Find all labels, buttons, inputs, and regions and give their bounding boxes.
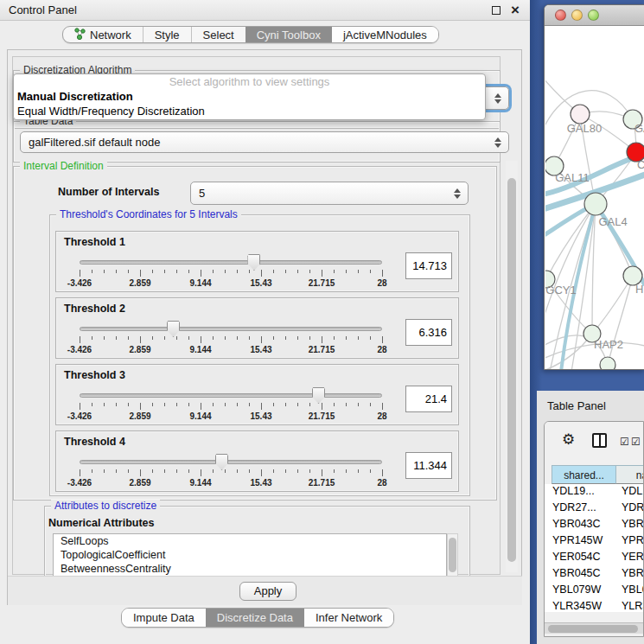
threshold-2-slider-track[interactable] (80, 327, 382, 331)
cell-shared-name[interactable]: YBL079W (552, 583, 601, 596)
threshold-4-value-field[interactable]: 11.344 (405, 452, 452, 479)
cell-shared-name[interactable]: YLR345W (552, 600, 602, 612)
tick-mark (370, 469, 371, 473)
table-row[interactable]: YBR045CYBR0 (545, 566, 644, 583)
scrollbar-thumb[interactable] (449, 538, 456, 572)
threshold-1-slider-handle[interactable] (247, 254, 260, 271)
checkbox-icon[interactable]: ☑ (620, 437, 629, 447)
table-horizontal-scrollbar[interactable] (545, 622, 644, 634)
cell-name[interactable]: YDL1 (622, 485, 644, 497)
scrollbar-thumb[interactable] (507, 178, 516, 562)
cell-shared-name[interactable]: YDR27... (552, 501, 596, 513)
table-row[interactable]: YLR345WYLR3 (545, 599, 644, 612)
attributes-list-scrollbar[interactable] (447, 533, 458, 577)
threshold-1-slider-track[interactable] (80, 260, 382, 265)
table-row[interactable]: YDL19...YDL1 (545, 484, 644, 501)
table-header-row: shared... na (552, 465, 644, 484)
cell-name[interactable]: YDR2 (622, 501, 644, 513)
table-row[interactable]: YDR27...YDR2 (545, 501, 644, 517)
attribute-list-item[interactable]: SelfLoops (54, 534, 446, 548)
table-row[interactable]: YPR145WYPR1 (545, 533, 644, 550)
tick-mark (297, 336, 298, 340)
control-panel-titlebar: Control Panel × (0, 0, 530, 21)
cell-name[interactable]: YBR0 (622, 518, 644, 530)
table-data-combobox[interactable]: galFiltered.sif default node (20, 131, 509, 153)
threshold-3-slider-handle[interactable] (312, 387, 325, 404)
tick-mark (297, 270, 298, 273)
network-view-window[interactable]: GAL80GACGAL11GAL4GCY1HHAP2 (544, 4, 644, 370)
tab-jactivemnodules[interactable]: jActiveMNodules (332, 27, 438, 42)
numerical-attributes-list[interactable]: SelfLoopsTopologicalCoefficientBetweenne… (53, 533, 447, 577)
threshold-4-slider-handle[interactable] (215, 454, 228, 470)
cell-name[interactable]: YBR0 (622, 567, 644, 579)
popup-item-equal-width-frequency[interactable]: Equal Width/Frequency Discretization (14, 104, 485, 118)
network-node[interactable] (584, 193, 607, 215)
network-canvas[interactable]: GAL80GACGAL11GAL4GCY1HHAP2 (545, 26, 644, 369)
tab-cyni-toolbox[interactable]: Cyni Toolbox (245, 27, 332, 42)
cell-name[interactable]: YBL0 (622, 583, 644, 596)
network-node[interactable] (571, 105, 590, 124)
split-view-icon[interactable] (592, 433, 607, 448)
close-icon[interactable]: × (511, 1, 520, 20)
threshold-2-slider-handle[interactable] (167, 321, 180, 337)
tab-impute-data[interactable]: Impute Data (122, 609, 206, 627)
table-row[interactable]: YBL079WYBL0 (545, 583, 644, 599)
tab-discretize-data[interactable]: Discretize Data (206, 609, 304, 627)
scrollbar-thumb[interactable] (548, 625, 638, 633)
table-row[interactable]: YER054CYER0 (545, 550, 644, 566)
tab-network[interactable]: Network (63, 27, 143, 42)
bottom-tab-bar: Impute Data Discretize Data Infer Networ… (121, 608, 394, 628)
zoom-traffic-light-icon[interactable] (588, 10, 599, 21)
cell-name[interactable]: YPR1 (622, 534, 644, 546)
cell-shared-name[interactable]: YBR045C (552, 567, 601, 579)
threshold-coordinates-label: Threshold's Coordinates for 5 Intervals (56, 208, 241, 220)
network-window-titlebar[interactable] (545, 5, 644, 26)
tab-select[interactable]: Select (191, 27, 245, 42)
tick-mark (261, 270, 262, 277)
number-of-intervals-value: 5 (199, 187, 205, 200)
tab-infer-network[interactable]: Infer Network (304, 609, 393, 627)
popup-placeholder-item[interactable]: Select algorithm to view settings (14, 74, 485, 89)
table-row[interactable]: YBR043CYBR0 (545, 517, 644, 533)
tick-mark (322, 270, 322, 277)
panel-scrollbar[interactable] (506, 161, 518, 572)
cell-name[interactable]: YER0 (622, 551, 644, 563)
algorithm-dropdown-popup: Select algorithm to view settings Manual… (13, 73, 486, 120)
tick-mark (213, 469, 214, 473)
cell-shared-name[interactable]: YDL19... (552, 485, 595, 497)
apply-button[interactable]: Apply (239, 582, 296, 601)
cell-shared-name[interactable]: YER054C (552, 551, 601, 563)
checkbox-icon[interactable]: ☑ (631, 437, 641, 447)
threshold-1-value-field[interactable]: 14.713 (405, 252, 452, 279)
network-node[interactable] (600, 357, 615, 369)
cell-shared-name[interactable]: YBR043C (552, 518, 601, 530)
popup-item-manual-discretization[interactable]: Manual Discretization (14, 89, 485, 104)
tick-mark (285, 469, 286, 473)
cell-name[interactable]: YLR3 (622, 600, 644, 612)
gear-icon[interactable]: ⚙ (562, 430, 575, 449)
threshold-4-slider-track[interactable] (80, 460, 382, 464)
attribute-list-item[interactable]: TopologicalCoefficient (54, 548, 446, 562)
tab-style[interactable]: Style (143, 27, 191, 42)
network-edge[interactable] (592, 276, 633, 334)
slider-tick-labels: -3.4262.8599.14415.4321.71528 (56, 345, 458, 355)
threshold-2-value-field[interactable]: 6.316 (405, 319, 452, 346)
tick-mark (249, 336, 250, 340)
tick-mark (358, 403, 359, 406)
tick-mark (140, 336, 141, 343)
attribute-list-item[interactable]: BetweennessCentrality (54, 562, 446, 576)
tick-mark (92, 270, 92, 273)
tick-mark (382, 403, 383, 410)
threshold-3-slider-track[interactable] (80, 393, 382, 398)
minimize-traffic-light-icon[interactable] (571, 10, 583, 21)
network-edge[interactable] (608, 276, 633, 365)
threshold-3-panel: Threshold 3 -3.4262.8599.14415.4321.7152… (55, 364, 459, 425)
cell-shared-name[interactable]: YPR145W (552, 534, 603, 546)
float-window-icon[interactable] (492, 6, 501, 15)
column-header-shared-name[interactable]: shared... (552, 465, 616, 484)
close-traffic-light-icon[interactable] (555, 10, 566, 21)
threshold-3-value-field[interactable]: 21.4 (405, 386, 452, 412)
number-of-intervals-combobox[interactable]: 5 (190, 182, 469, 205)
tick-mark (261, 403, 262, 410)
column-header-name[interactable]: na (616, 465, 644, 484)
